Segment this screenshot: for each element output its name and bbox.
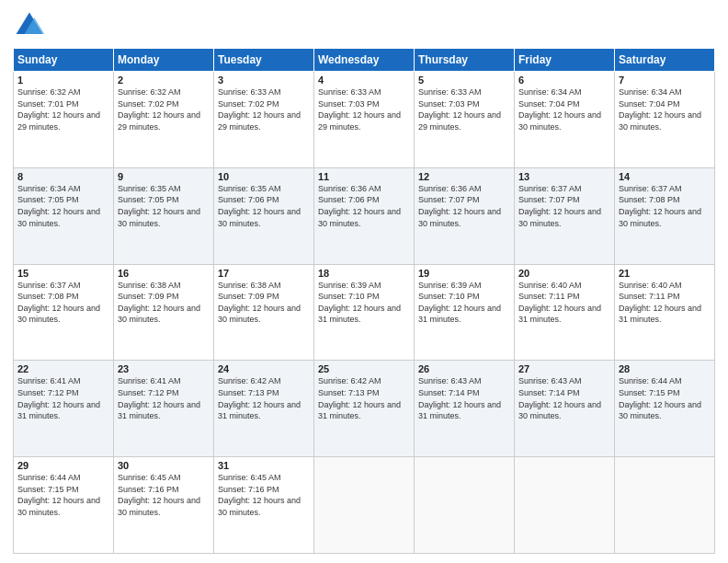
week-row-4: 22 Sunrise: 6:41 AMSunset: 7:12 PMDaylig… — [14, 361, 715, 457]
day-info: Sunrise: 6:37 AMSunset: 7:08 PMDaylight:… — [17, 281, 100, 325]
day-info: Sunrise: 6:36 AMSunset: 7:06 PMDaylight:… — [318, 184, 401, 228]
day-number: 11 — [318, 171, 410, 182]
day-number: 29 — [17, 460, 109, 471]
day-number: 10 — [218, 171, 310, 182]
empty-cell — [515, 457, 615, 554]
day-cell-19: 19 Sunrise: 6:39 AMSunset: 7:10 PMDaylig… — [415, 264, 515, 361]
empty-cell — [415, 457, 515, 554]
day-number: 23 — [118, 363, 210, 374]
day-number: 13 — [518, 171, 610, 182]
weekday-monday: Monday — [114, 49, 214, 72]
day-cell-3: 3 Sunrise: 6:33 AMSunset: 7:02 PMDayligh… — [214, 72, 314, 168]
empty-cell — [615, 457, 715, 554]
weekday-friday: Friday — [515, 49, 615, 72]
day-cell-13: 13 Sunrise: 6:37 AMSunset: 7:07 PMDaylig… — [515, 167, 615, 264]
day-info: Sunrise: 6:41 AMSunset: 7:12 PMDaylight:… — [17, 376, 100, 420]
day-cell-31: 31 Sunrise: 6:45 AMSunset: 7:16 PMDaylig… — [214, 457, 314, 554]
day-number: 27 — [518, 363, 610, 374]
day-cell-24: 24 Sunrise: 6:42 AMSunset: 7:13 PMDaylig… — [214, 361, 314, 457]
day-cell-18: 18 Sunrise: 6:39 AMSunset: 7:10 PMDaylig… — [314, 264, 415, 361]
day-info: Sunrise: 6:44 AMSunset: 7:15 PMDaylight:… — [619, 376, 701, 420]
day-info: Sunrise: 6:45 AMSunset: 7:16 PMDaylight:… — [118, 473, 200, 517]
day-cell-7: 7 Sunrise: 6:34 AMSunset: 7:04 PMDayligh… — [615, 72, 715, 168]
day-cell-9: 9 Sunrise: 6:35 AMSunset: 7:05 PMDayligh… — [114, 167, 214, 264]
weekday-header-row: SundayMondayTuesdayWednesdayThursdayFrid… — [14, 49, 715, 72]
day-cell-21: 21 Sunrise: 6:40 AMSunset: 7:11 PMDaylig… — [615, 264, 715, 361]
day-cell-16: 16 Sunrise: 6:38 AMSunset: 7:09 PMDaylig… — [114, 264, 214, 361]
day-number: 31 — [218, 460, 310, 471]
day-info: Sunrise: 6:37 AMSunset: 7:07 PMDaylight:… — [518, 184, 601, 228]
day-cell-1: 1 Sunrise: 6:32 AMSunset: 7:01 PMDayligh… — [14, 72, 114, 168]
day-info: Sunrise: 6:43 AMSunset: 7:14 PMDaylight:… — [418, 376, 501, 420]
day-number: 6 — [518, 75, 610, 86]
day-cell-25: 25 Sunrise: 6:42 AMSunset: 7:13 PMDaylig… — [314, 361, 415, 457]
day-number: 24 — [218, 363, 310, 374]
day-number: 5 — [418, 75, 510, 86]
day-number: 26 — [418, 363, 510, 374]
day-number: 16 — [118, 268, 210, 279]
day-number: 9 — [118, 171, 210, 182]
week-row-1: 1 Sunrise: 6:32 AMSunset: 7:01 PMDayligh… — [14, 72, 715, 168]
day-info: Sunrise: 6:39 AMSunset: 7:10 PMDaylight:… — [318, 281, 401, 325]
day-number: 19 — [418, 268, 510, 279]
week-row-5: 29 Sunrise: 6:44 AMSunset: 7:15 PMDaylig… — [14, 457, 715, 554]
day-info: Sunrise: 6:33 AMSunset: 7:03 PMDaylight:… — [318, 87, 401, 132]
week-row-2: 8 Sunrise: 6:34 AMSunset: 7:05 PMDayligh… — [14, 167, 715, 264]
page: SundayMondayTuesdayWednesdayThursdayFrid… — [0, 0, 728, 563]
day-info: Sunrise: 6:43 AMSunset: 7:14 PMDaylight:… — [518, 376, 601, 420]
day-cell-14: 14 Sunrise: 6:37 AMSunset: 7:08 PMDaylig… — [615, 167, 715, 264]
logo — [13, 9, 50, 42]
day-number: 28 — [619, 363, 711, 374]
day-info: Sunrise: 6:41 AMSunset: 7:12 PMDaylight:… — [118, 376, 200, 420]
day-cell-11: 11 Sunrise: 6:36 AMSunset: 7:06 PMDaylig… — [314, 167, 415, 264]
day-info: Sunrise: 6:37 AMSunset: 7:08 PMDaylight:… — [619, 184, 701, 228]
day-number: 30 — [118, 460, 210, 471]
day-info: Sunrise: 6:42 AMSunset: 7:13 PMDaylight:… — [218, 376, 301, 420]
day-cell-30: 30 Sunrise: 6:45 AMSunset: 7:16 PMDaylig… — [114, 457, 214, 554]
day-cell-29: 29 Sunrise: 6:44 AMSunset: 7:15 PMDaylig… — [14, 457, 114, 554]
day-info: Sunrise: 6:32 AMSunset: 7:01 PMDaylight:… — [17, 87, 100, 132]
day-cell-20: 20 Sunrise: 6:40 AMSunset: 7:11 PMDaylig… — [515, 264, 615, 361]
calendar-table: SundayMondayTuesdayWednesdayThursdayFrid… — [13, 48, 715, 554]
day-info: Sunrise: 6:42 AMSunset: 7:13 PMDaylight:… — [318, 376, 401, 420]
day-number: 18 — [318, 268, 410, 279]
day-cell-26: 26 Sunrise: 6:43 AMSunset: 7:14 PMDaylig… — [415, 361, 515, 457]
day-cell-17: 17 Sunrise: 6:38 AMSunset: 7:09 PMDaylig… — [214, 264, 314, 361]
day-info: Sunrise: 6:38 AMSunset: 7:09 PMDaylight:… — [118, 281, 200, 325]
day-info: Sunrise: 6:44 AMSunset: 7:15 PMDaylight:… — [17, 473, 100, 517]
day-cell-10: 10 Sunrise: 6:35 AMSunset: 7:06 PMDaylig… — [214, 167, 314, 264]
logo-icon — [13, 9, 46, 42]
day-number: 17 — [218, 268, 310, 279]
day-number: 3 — [218, 75, 310, 86]
day-info: Sunrise: 6:32 AMSunset: 7:02 PMDaylight:… — [118, 87, 200, 132]
day-number: 20 — [518, 268, 610, 279]
day-number: 12 — [418, 171, 510, 182]
weekday-wednesday: Wednesday — [314, 49, 415, 72]
day-cell-4: 4 Sunrise: 6:33 AMSunset: 7:03 PMDayligh… — [314, 72, 415, 168]
empty-cell — [314, 457, 415, 554]
day-number: 7 — [619, 75, 711, 86]
day-number: 15 — [17, 268, 109, 279]
day-info: Sunrise: 6:40 AMSunset: 7:11 PMDaylight:… — [518, 281, 601, 325]
day-cell-8: 8 Sunrise: 6:34 AMSunset: 7:05 PMDayligh… — [14, 167, 114, 264]
day-cell-12: 12 Sunrise: 6:36 AMSunset: 7:07 PMDaylig… — [415, 167, 515, 264]
day-cell-15: 15 Sunrise: 6:37 AMSunset: 7:08 PMDaylig… — [14, 264, 114, 361]
day-number: 2 — [118, 75, 210, 86]
weekday-tuesday: Tuesday — [214, 49, 314, 72]
day-cell-5: 5 Sunrise: 6:33 AMSunset: 7:03 PMDayligh… — [415, 72, 515, 168]
day-info: Sunrise: 6:38 AMSunset: 7:09 PMDaylight:… — [218, 281, 301, 325]
day-info: Sunrise: 6:39 AMSunset: 7:10 PMDaylight:… — [418, 281, 501, 325]
header — [13, 9, 715, 42]
day-cell-2: 2 Sunrise: 6:32 AMSunset: 7:02 PMDayligh… — [114, 72, 214, 168]
day-number: 25 — [318, 363, 410, 374]
day-cell-23: 23 Sunrise: 6:41 AMSunset: 7:12 PMDaylig… — [114, 361, 214, 457]
day-number: 22 — [17, 363, 109, 374]
day-number: 1 — [17, 75, 109, 86]
day-info: Sunrise: 6:40 AMSunset: 7:11 PMDaylight:… — [619, 281, 701, 325]
day-info: Sunrise: 6:34 AMSunset: 7:04 PMDaylight:… — [619, 87, 701, 132]
day-info: Sunrise: 6:45 AMSunset: 7:16 PMDaylight:… — [218, 473, 301, 517]
day-number: 8 — [17, 171, 109, 182]
day-number: 21 — [619, 268, 711, 279]
day-info: Sunrise: 6:33 AMSunset: 7:02 PMDaylight:… — [218, 87, 301, 132]
day-info: Sunrise: 6:34 AMSunset: 7:04 PMDaylight:… — [518, 87, 601, 132]
